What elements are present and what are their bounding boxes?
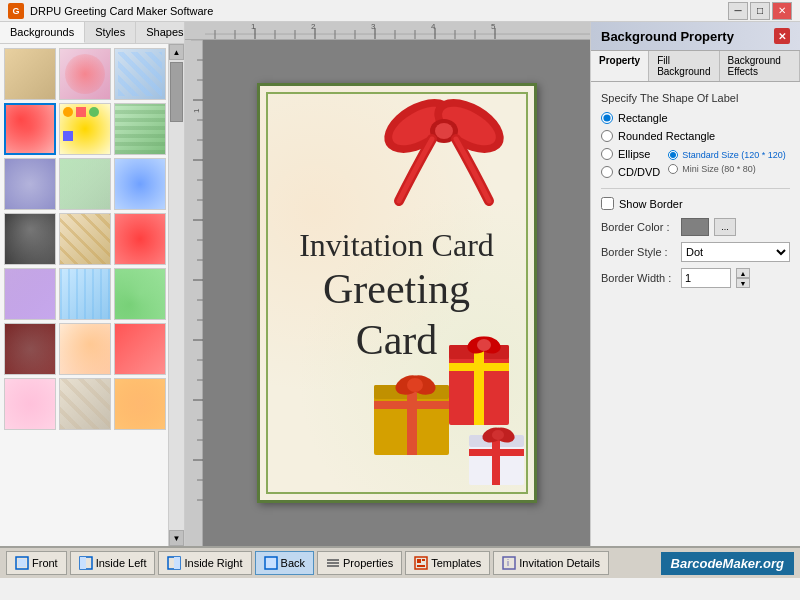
- title-bar: G DRPU Greeting Card Maker Software ─ □ …: [0, 0, 800, 22]
- inside-right-label: Inside Right: [184, 557, 242, 569]
- scroll-track[interactable]: ▲ ▼: [168, 44, 184, 546]
- thumbnail-3[interactable]: [114, 48, 166, 100]
- standard-size-radio[interactable]: [668, 150, 678, 160]
- svg-text:1: 1: [251, 22, 256, 31]
- thumbnail-10[interactable]: [4, 213, 56, 265]
- svg-text:1: 1: [192, 108, 201, 113]
- svg-text:4: 4: [431, 22, 436, 31]
- svg-rect-85: [422, 559, 425, 561]
- thumbnail-16[interactable]: [4, 323, 56, 375]
- thumbnail-1[interactable]: [4, 48, 56, 100]
- border-color-box[interactable]: [681, 218, 709, 236]
- border-color-row: Border Color : ...: [601, 218, 790, 236]
- thumbnail-13[interactable]: [4, 268, 56, 320]
- thumbnail-19[interactable]: [4, 378, 56, 430]
- back-icon: [264, 556, 278, 570]
- invitation-details-icon: i: [502, 556, 516, 570]
- inside-left-label: Inside Left: [96, 557, 147, 569]
- mini-size-radio[interactable]: [668, 164, 678, 174]
- shape-rectangle-radio[interactable]: [601, 112, 613, 124]
- properties-button[interactable]: Properties: [317, 551, 402, 575]
- shape-rounded-radio[interactable]: [601, 130, 613, 142]
- svg-rect-54: [474, 345, 484, 425]
- svg-rect-55: [449, 363, 509, 371]
- svg-rect-79: [265, 557, 277, 569]
- scroll-thumb[interactable]: [170, 62, 183, 122]
- properties-label: Properties: [343, 557, 393, 569]
- thumbnail-11[interactable]: [59, 213, 111, 265]
- app-title: DRPU Greeting Card Maker Software: [30, 5, 213, 17]
- ellipse-cddvd-radios: Ellipse CD/DVD: [601, 148, 660, 178]
- svg-point-51: [435, 123, 453, 139]
- scroll-down-button[interactable]: ▼: [169, 530, 184, 546]
- shape-rounded-row: Rounded Rectangle: [601, 130, 790, 142]
- thumbnail-6[interactable]: [114, 103, 166, 155]
- tab-styles[interactable]: Styles: [85, 22, 136, 43]
- invitation-details-button[interactable]: i Invitation Details: [493, 551, 609, 575]
- thumbnail-9[interactable]: [114, 158, 166, 210]
- border-width-row: Border Width : ▲ ▼: [601, 268, 790, 288]
- border-color-dots-button[interactable]: ...: [714, 218, 736, 236]
- shape-ellipse-radio[interactable]: [601, 148, 613, 160]
- right-tabs: Property Fill Background Background Effe…: [591, 51, 800, 82]
- svg-rect-80: [327, 559, 339, 561]
- front-button[interactable]: Front: [6, 551, 67, 575]
- right-panel-close[interactable]: ✕: [774, 28, 790, 44]
- right-content: Specify The Shape Of Label Rectangle Rou…: [591, 82, 800, 546]
- show-border-checkbox[interactable]: [601, 197, 614, 210]
- close-button[interactable]: ✕: [772, 2, 792, 20]
- svg-rect-78: [174, 557, 180, 569]
- thumbnail-18[interactable]: [114, 323, 166, 375]
- thumbnail-15[interactable]: [114, 268, 166, 320]
- thumbnail-2[interactable]: [59, 48, 111, 100]
- front-icon: [15, 556, 29, 570]
- thumbnail-20[interactable]: [59, 378, 111, 430]
- thumbnail-7[interactable]: [4, 158, 56, 210]
- properties-icon: [326, 556, 340, 570]
- svg-text:3: 3: [371, 22, 376, 31]
- thumbnail-21[interactable]: [114, 378, 166, 430]
- thumbnail-14[interactable]: [59, 268, 111, 320]
- right-tab-fill[interactable]: Fill Background: [649, 51, 719, 81]
- thumbnail-8[interactable]: [59, 158, 111, 210]
- thumbnail-4[interactable]: [4, 103, 56, 155]
- svg-rect-61: [407, 385, 417, 455]
- svg-point-58: [477, 339, 491, 351]
- card-preview[interactable]: Invitation Card Greeting Card: [257, 83, 537, 503]
- mini-size-label: Mini Size (80 * 80): [682, 164, 756, 174]
- scroll-up-button[interactable]: ▲: [169, 44, 184, 60]
- mini-size-row: Mini Size (80 * 80): [668, 164, 786, 174]
- shape-section-title: Specify The Shape Of Label: [601, 92, 790, 104]
- thumbnail-5[interactable]: [59, 103, 111, 155]
- border-width-input[interactable]: [681, 268, 731, 288]
- shape-cddvd-radio[interactable]: [601, 166, 613, 178]
- inside-right-button[interactable]: Inside Right: [158, 551, 251, 575]
- right-tab-effects[interactable]: Background Effects: [720, 51, 801, 81]
- tab-backgrounds[interactable]: Backgrounds: [0, 22, 85, 43]
- ruler-vertical: 1: [185, 40, 203, 546]
- thumbnail-12[interactable]: [114, 213, 166, 265]
- maximize-button[interactable]: □: [750, 2, 770, 20]
- minimize-button[interactable]: ─: [728, 2, 748, 20]
- border-width-down[interactable]: ▼: [736, 278, 750, 288]
- left-tab-bar[interactable]: Backgrounds Styles Shapes: [0, 22, 184, 44]
- border-width-spinner[interactable]: ▲ ▼: [736, 268, 750, 288]
- svg-text:i: i: [507, 558, 509, 568]
- app-icon: G: [8, 3, 24, 19]
- card-text-line2: Greeting: [280, 264, 514, 314]
- svg-rect-81: [327, 562, 339, 564]
- ellipse-cddvd-container: Ellipse CD/DVD Standard Size (120 * 120): [601, 148, 790, 178]
- back-button[interactable]: Back: [255, 551, 314, 575]
- back-label: Back: [281, 557, 305, 569]
- bottom-left-buttons: Front Inside Left Inside Right Back: [6, 551, 609, 575]
- border-style-select[interactable]: Dot Solid Dash DashDot: [681, 242, 790, 262]
- templates-button[interactable]: Templates: [405, 551, 490, 575]
- right-tab-property[interactable]: Property: [591, 51, 649, 81]
- border-width-up[interactable]: ▲: [736, 268, 750, 278]
- thumbnail-17[interactable]: [59, 323, 111, 375]
- inside-left-button[interactable]: Inside Left: [70, 551, 156, 575]
- border-color-label: Border Color :: [601, 221, 676, 233]
- window-controls[interactable]: ─ □ ✕: [728, 2, 792, 20]
- left-panel: Backgrounds Styles Shapes: [0, 22, 185, 546]
- show-border-label: Show Border: [619, 198, 683, 210]
